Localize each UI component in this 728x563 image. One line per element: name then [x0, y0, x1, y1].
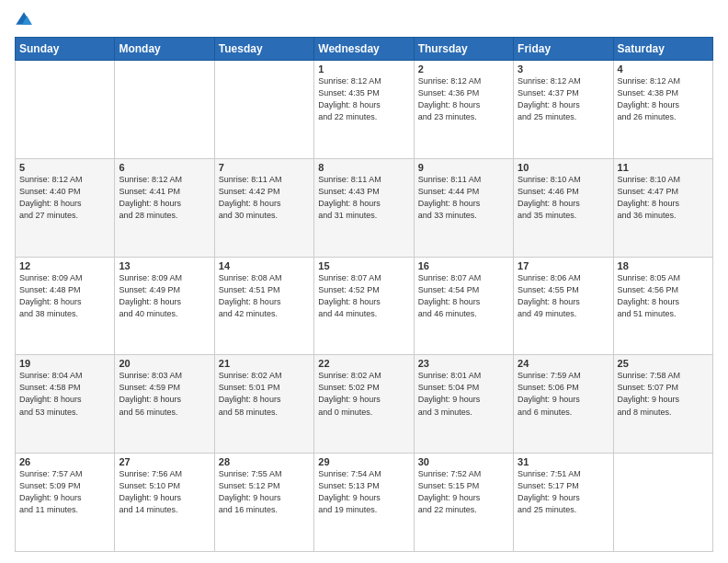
day-number: 27: [119, 456, 210, 467]
day-number: 7: [219, 162, 310, 173]
calendar-cell: 22Sunrise: 8:02 AM Sunset: 5:02 PM Dayli…: [314, 355, 414, 454]
day-number: 23: [418, 358, 509, 369]
calendar-cell: 17Sunrise: 8:06 AM Sunset: 4:55 PM Dayli…: [514, 257, 613, 355]
week-row-1: 5Sunrise: 8:12 AM Sunset: 4:40 PM Daylig…: [16, 158, 713, 257]
calendar-cell: 5Sunrise: 8:12 AM Sunset: 4:40 PM Daylig…: [16, 158, 115, 257]
calendar-cell: 20Sunrise: 8:03 AM Sunset: 4:59 PM Dayli…: [115, 355, 214, 454]
calendar-cell: 11Sunrise: 8:10 AM Sunset: 4:47 PM Dayli…: [613, 158, 712, 257]
calendar-cell: 3Sunrise: 8:12 AM Sunset: 4:37 PM Daylig…: [514, 61, 613, 159]
day-info: Sunrise: 7:57 AM Sunset: 5:09 PM Dayligh…: [19, 468, 110, 516]
day-info: Sunrise: 7:58 AM Sunset: 5:07 PM Dayligh…: [618, 370, 709, 418]
day-number: 8: [318, 162, 409, 173]
day-info: Sunrise: 8:09 AM Sunset: 4:49 PM Dayligh…: [119, 272, 210, 320]
day-number: 1: [318, 63, 409, 75]
day-info: Sunrise: 8:05 AM Sunset: 4:56 PM Dayligh…: [618, 272, 709, 320]
calendar-cell: 14Sunrise: 8:08 AM Sunset: 4:51 PM Dayli…: [214, 257, 313, 355]
calendar-cell: 24Sunrise: 7:59 AM Sunset: 5:06 PM Dayli…: [514, 355, 613, 454]
dow-header-sunday: Sunday: [16, 38, 115, 61]
day-number: 12: [19, 260, 110, 271]
calendar-cell: [613, 454, 712, 552]
day-number: 16: [418, 260, 509, 271]
day-number: 9: [418, 162, 509, 173]
day-info: Sunrise: 8:10 AM Sunset: 4:46 PM Dayligh…: [518, 174, 609, 222]
day-info: Sunrise: 8:07 AM Sunset: 4:52 PM Dayligh…: [318, 272, 409, 320]
day-number: 24: [518, 358, 609, 369]
day-info: Sunrise: 8:12 AM Sunset: 4:38 PM Dayligh…: [618, 75, 709, 123]
calendar-cell: 25Sunrise: 7:58 AM Sunset: 5:07 PM Dayli…: [613, 355, 712, 454]
day-info: Sunrise: 8:07 AM Sunset: 4:54 PM Dayligh…: [418, 272, 509, 320]
day-info: Sunrise: 8:03 AM Sunset: 4:59 PM Dayligh…: [119, 370, 210, 418]
day-number: 29: [318, 456, 409, 467]
day-number: 11: [618, 162, 709, 173]
logo: [15, 11, 37, 29]
week-row-3: 19Sunrise: 8:04 AM Sunset: 4:58 PM Dayli…: [16, 355, 713, 454]
dow-header-saturday: Saturday: [613, 38, 712, 61]
day-info: Sunrise: 8:12 AM Sunset: 4:37 PM Dayligh…: [518, 75, 609, 123]
calendar-cell: 13Sunrise: 8:09 AM Sunset: 4:49 PM Dayli…: [115, 257, 214, 355]
day-number: 30: [418, 456, 509, 467]
day-info: Sunrise: 8:11 AM Sunset: 4:42 PM Dayligh…: [219, 174, 310, 222]
day-number: 17: [518, 260, 609, 271]
day-number: 15: [318, 260, 409, 271]
day-info: Sunrise: 8:02 AM Sunset: 5:01 PM Dayligh…: [219, 370, 310, 418]
page: SundayMondayTuesdayWednesdayThursdayFrid…: [0, 0, 728, 563]
day-info: Sunrise: 8:06 AM Sunset: 4:55 PM Dayligh…: [518, 272, 609, 320]
calendar-cell: 27Sunrise: 7:56 AM Sunset: 5:10 PM Dayli…: [115, 454, 214, 552]
calendar-cell: 18Sunrise: 8:05 AM Sunset: 4:56 PM Dayli…: [613, 257, 712, 355]
calendar-cell: 12Sunrise: 8:09 AM Sunset: 4:48 PM Dayli…: [16, 257, 115, 355]
week-row-4: 26Sunrise: 7:57 AM Sunset: 5:09 PM Dayli…: [16, 454, 713, 552]
calendar-cell: 31Sunrise: 7:51 AM Sunset: 5:17 PM Dayli…: [514, 454, 613, 552]
day-number: 5: [19, 162, 110, 173]
day-number: 14: [219, 260, 310, 271]
calendar-cell: 26Sunrise: 7:57 AM Sunset: 5:09 PM Dayli…: [16, 454, 115, 552]
calendar-cell: 23Sunrise: 8:01 AM Sunset: 5:04 PM Dayli…: [414, 355, 513, 454]
day-number: 3: [518, 63, 609, 75]
calendar-cell: [115, 61, 214, 159]
day-number: 20: [119, 358, 210, 369]
day-info: Sunrise: 8:10 AM Sunset: 4:47 PM Dayligh…: [618, 174, 709, 222]
day-info: Sunrise: 8:12 AM Sunset: 4:35 PM Dayligh…: [318, 75, 409, 123]
header: [15, 11, 713, 29]
calendar-cell: 4Sunrise: 8:12 AM Sunset: 4:38 PM Daylig…: [613, 61, 712, 159]
day-info: Sunrise: 8:12 AM Sunset: 4:41 PM Dayligh…: [119, 174, 210, 222]
dow-header-monday: Monday: [115, 38, 214, 61]
day-info: Sunrise: 7:56 AM Sunset: 5:10 PM Dayligh…: [119, 468, 210, 516]
day-number: 28: [219, 456, 310, 467]
dow-header-tuesday: Tuesday: [214, 38, 313, 61]
day-info: Sunrise: 7:51 AM Sunset: 5:17 PM Dayligh…: [518, 468, 609, 516]
day-number: 26: [19, 456, 110, 467]
day-info: Sunrise: 7:55 AM Sunset: 5:12 PM Dayligh…: [219, 468, 310, 516]
calendar-cell: 16Sunrise: 8:07 AM Sunset: 4:54 PM Dayli…: [414, 257, 513, 355]
day-info: Sunrise: 8:04 AM Sunset: 4:58 PM Dayligh…: [19, 370, 110, 418]
calendar-cell: 9Sunrise: 8:11 AM Sunset: 4:44 PM Daylig…: [414, 158, 513, 257]
day-info: Sunrise: 7:54 AM Sunset: 5:13 PM Dayligh…: [318, 468, 409, 516]
day-info: Sunrise: 8:02 AM Sunset: 5:02 PM Dayligh…: [318, 370, 409, 418]
calendar-cell: 6Sunrise: 8:12 AM Sunset: 4:41 PM Daylig…: [115, 158, 214, 257]
day-info: Sunrise: 8:11 AM Sunset: 4:44 PM Dayligh…: [418, 174, 509, 222]
calendar-cell: 2Sunrise: 8:12 AM Sunset: 4:36 PM Daylig…: [414, 61, 513, 159]
calendar-cell: 15Sunrise: 8:07 AM Sunset: 4:52 PM Dayli…: [314, 257, 414, 355]
day-info: Sunrise: 7:52 AM Sunset: 5:15 PM Dayligh…: [418, 468, 509, 516]
day-number: 21: [219, 358, 310, 369]
day-info: Sunrise: 8:09 AM Sunset: 4:48 PM Dayligh…: [19, 272, 110, 320]
logo-icon: [15, 11, 33, 29]
day-number: 18: [618, 260, 709, 271]
calendar-cell: 19Sunrise: 8:04 AM Sunset: 4:58 PM Dayli…: [16, 355, 115, 454]
calendar-cell: 8Sunrise: 8:11 AM Sunset: 4:43 PM Daylig…: [314, 158, 414, 257]
calendar-cell: 30Sunrise: 7:52 AM Sunset: 5:15 PM Dayli…: [414, 454, 513, 552]
calendar-cell: [16, 61, 115, 159]
day-number: 10: [518, 162, 609, 173]
calendar-cell: 28Sunrise: 7:55 AM Sunset: 5:12 PM Dayli…: [214, 454, 313, 552]
day-info: Sunrise: 8:12 AM Sunset: 4:36 PM Dayligh…: [418, 75, 509, 123]
day-number: 6: [119, 162, 210, 173]
day-info: Sunrise: 7:59 AM Sunset: 5:06 PM Dayligh…: [518, 370, 609, 418]
calendar-cell: 1Sunrise: 8:12 AM Sunset: 4:35 PM Daylig…: [314, 61, 414, 159]
day-info: Sunrise: 8:08 AM Sunset: 4:51 PM Dayligh…: [219, 272, 310, 320]
dow-header-friday: Friday: [514, 38, 613, 61]
day-info: Sunrise: 8:01 AM Sunset: 5:04 PM Dayligh…: [418, 370, 509, 418]
day-number: 13: [119, 260, 210, 271]
week-row-2: 12Sunrise: 8:09 AM Sunset: 4:48 PM Dayli…: [16, 257, 713, 355]
calendar-cell: 21Sunrise: 8:02 AM Sunset: 5:01 PM Dayli…: [214, 355, 313, 454]
day-number: 19: [19, 358, 110, 369]
calendar-cell: 10Sunrise: 8:10 AM Sunset: 4:46 PM Dayli…: [514, 158, 613, 257]
